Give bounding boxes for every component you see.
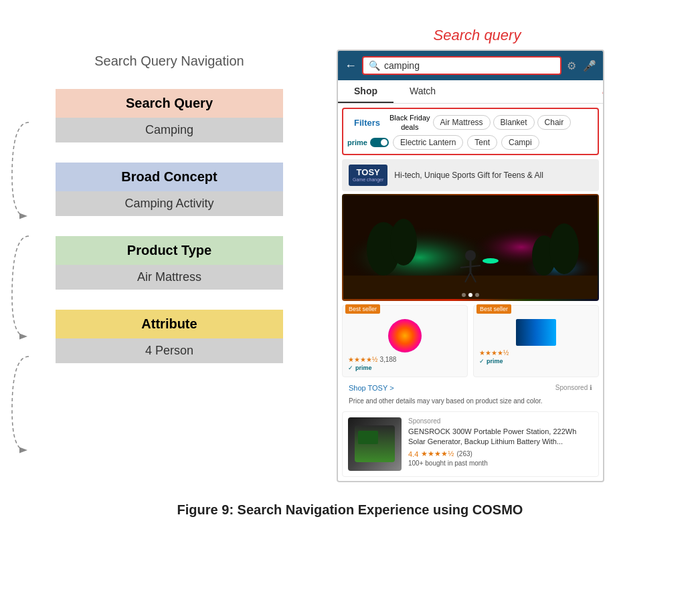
sponsored-note: Sponsored ℹ xyxy=(555,384,592,392)
broad-concept-value: Camping Activity xyxy=(56,191,283,216)
product-rating: 4.4 ★★★★½ (263) xyxy=(408,449,593,458)
search-input-wrapper: 🔍 xyxy=(362,56,561,75)
prime-badge-2: prime xyxy=(487,358,503,365)
filter-chair[interactable]: Chair xyxy=(537,115,572,130)
bottom-sponsored-tag: Sponsored xyxy=(408,417,593,425)
card-image-2 xyxy=(516,319,556,346)
tosy-brand: TOSY xyxy=(353,167,383,178)
generator-screen xyxy=(358,431,378,444)
toggle-knob xyxy=(381,139,387,146)
sponsored-banner: TOSY Game changer Hi-tech, Unique Sports… xyxy=(342,159,599,191)
rating-number: 4.4 xyxy=(408,450,418,458)
filter-blanket[interactable]: Blanket xyxy=(493,115,535,130)
broad-concept-label: Broad Concept xyxy=(56,163,283,191)
search-icon: 🔍 xyxy=(369,60,380,71)
amazon-search-bar: ← 🔍 ⚙ 🎤 xyxy=(338,51,603,80)
navigation-bar-annotation: Navigation Bar xyxy=(602,82,604,97)
best-seller-badge-2: Best seller xyxy=(476,304,511,314)
bottom-product-info: Sponsored GENSROCK 300W Portable Power S… xyxy=(408,417,593,471)
right-panel: Search query ← 🔍 ⚙ 🎤 Sh xyxy=(337,27,618,482)
search-query-label: Search Query xyxy=(56,89,283,118)
search-query-value: Camping xyxy=(56,118,283,142)
prime-badge-1: prime xyxy=(355,365,372,371)
bought-text: 100+ bought in past month xyxy=(408,460,593,467)
filter-electric-lantern[interactable]: Electric Lantern xyxy=(393,135,463,150)
product-review-count: (263) xyxy=(456,450,472,457)
mic-icon-button[interactable]: 🎤 xyxy=(583,60,596,72)
dot-2 xyxy=(468,293,472,297)
content-row: Search Query Navigation xyxy=(29,27,671,482)
card-prime-1: ✓ prime xyxy=(348,365,462,371)
image-dots xyxy=(462,293,479,297)
main-container: Search Query Navigation xyxy=(13,13,687,518)
tosy-logo: TOSY Game changer xyxy=(349,165,387,186)
stars-2: ★★★★½ xyxy=(479,349,509,356)
shop-tosy-link[interactable]: Shop TOSY > xyxy=(349,384,394,392)
tab-watch[interactable]: Watch xyxy=(393,80,452,103)
filter-air-mattress[interactable]: Air Mattress xyxy=(433,115,491,130)
svg-point-9 xyxy=(465,250,476,261)
dot-1 xyxy=(462,293,466,297)
search-query-block: Search Query Camping xyxy=(56,89,283,142)
amazon-filters-row: Filters Black Fridaydeals Air Mattress B… xyxy=(342,108,599,155)
bottom-product-name: GENSROCK 300W Portable Power Station, 22… xyxy=(408,427,593,447)
search-query-annotation: Search query xyxy=(337,27,618,44)
generator-body xyxy=(355,425,395,462)
price-note: Price and other details may vary based o… xyxy=(342,395,599,407)
black-friday-label: Black Fridaydeals xyxy=(389,113,430,132)
prime-toggle[interactable]: prime xyxy=(347,138,389,147)
figure-caption: Figure 9: Search Navigation Experience u… xyxy=(13,502,687,518)
product-card-2[interactable]: Best seller ★★★★½ ✓ prime xyxy=(473,305,599,377)
product-type-block: Product Type Air Mattress xyxy=(56,236,283,290)
broad-concept-block: Broad Concept Camping Activity xyxy=(56,163,283,216)
bottom-product-image xyxy=(348,417,402,471)
product-type-label: Product Type xyxy=(56,236,283,265)
left-panel-title: Search Query Navigation xyxy=(29,54,310,69)
filter-campi[interactable]: Campi xyxy=(501,135,539,150)
attribute-label: Attribute xyxy=(56,310,283,338)
product-image xyxy=(342,194,599,301)
tab-shop[interactable]: Shop xyxy=(338,80,393,103)
search-icons-right: ⚙ 🎤 xyxy=(567,60,596,72)
bottom-product[interactable]: Sponsored GENSROCK 300W Portable Power S… xyxy=(342,411,599,477)
svg-point-5 xyxy=(390,219,417,266)
shop-tosy-row: Shop TOSY > Sponsored ℹ xyxy=(342,381,599,395)
sponsored-text: Hi-tech, Unique Sports Gift for Teens & … xyxy=(394,171,543,180)
review-count-1: 3,188 xyxy=(379,356,396,363)
search-input[interactable] xyxy=(384,60,555,71)
amazon-nav-tabs: Shop Watch Navigation Bar xyxy=(338,80,603,104)
filter-tent[interactable]: Tent xyxy=(467,135,497,150)
amazon-mockup: ← 🔍 ⚙ 🎤 Shop Watch Navigation Bar xyxy=(337,49,604,482)
prime-check-1: ✓ xyxy=(348,365,353,371)
arrows-svg xyxy=(9,89,49,464)
amazon-cards-row: Best seller ★★★★½ 3,188 ✓ prime Best sel… xyxy=(342,305,599,377)
best-seller-badge-1: Best seller xyxy=(345,304,380,314)
product-card-1[interactable]: Best seller ★★★★½ 3,188 ✓ prime xyxy=(342,305,468,377)
filters-label[interactable]: Filters xyxy=(347,116,387,130)
svg-point-14 xyxy=(483,258,499,264)
attribute-value: 4 Person xyxy=(56,338,283,363)
settings-icon-button[interactable]: ⚙ xyxy=(567,60,576,72)
stars-1: ★★★★½ xyxy=(348,356,377,363)
toggle-switch[interactable] xyxy=(370,138,389,147)
card-image-1 xyxy=(388,319,422,352)
left-panel: Search Query Navigation xyxy=(29,27,310,383)
back-button[interactable]: ← xyxy=(345,59,357,73)
attribute-block: Attribute 4 Person xyxy=(56,310,283,363)
tosy-tagline: Game changer xyxy=(353,177,383,183)
product-type-value: Air Mattress xyxy=(56,265,283,290)
card-prime-2: ✓ prime xyxy=(479,358,593,365)
camping-scene-svg xyxy=(343,195,598,299)
dot-3 xyxy=(475,293,479,297)
svg-point-7 xyxy=(549,223,579,274)
prime-check-2: ✓ xyxy=(479,358,485,365)
product-stars: ★★★★½ xyxy=(421,449,454,458)
